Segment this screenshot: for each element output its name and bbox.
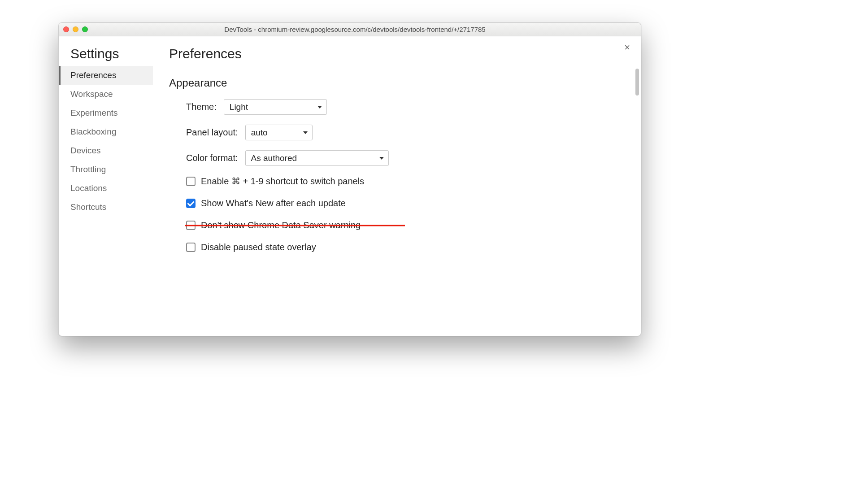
content: × Settings Preferences Workspace Experim…: [59, 36, 641, 336]
scrollbar[interactable]: [635, 69, 639, 96]
checkbox-whats-new[interactable]: Show What's New after each update: [186, 198, 623, 209]
settings-sidebar: Settings Preferences Workspace Experimen…: [59, 36, 153, 336]
checkbox-icon[interactable]: [186, 199, 196, 208]
checkbox-label: Enable ⌘ + 1-9 shortcut to switch panels: [201, 176, 364, 187]
theme-row: Theme: Light: [186, 99, 623, 115]
titlebar: DevTools - chromium-review.googlesource.…: [59, 23, 641, 36]
checkbox-icon[interactable]: [186, 177, 196, 186]
section-appearance-title: Appearance: [169, 77, 623, 89]
color-format-select[interactable]: As authored: [245, 150, 389, 166]
page-title: Preferences: [169, 46, 623, 61]
sidebar-item-workspace[interactable]: Workspace: [59, 85, 153, 104]
sidebar-item-preferences[interactable]: Preferences: [59, 66, 153, 85]
sidebar-item-devices[interactable]: Devices: [59, 141, 153, 160]
sidebar-item-experiments[interactable]: Experiments: [59, 104, 153, 122]
app-window: DevTools - chromium-review.googlesource.…: [58, 22, 641, 336]
theme-label: Theme:: [186, 102, 217, 112]
checkbox-label: Disable paused state overlay: [201, 242, 316, 252]
checkbox-icon[interactable]: [186, 243, 196, 252]
sidebar-item-throttling[interactable]: Throttling: [59, 160, 153, 179]
strikethrough-annotation: [185, 225, 405, 226]
sidebar-item-blackboxing[interactable]: Blackboxing: [59, 122, 153, 141]
checkbox-label: Show What's New after each update: [201, 198, 346, 209]
sidebar-item-shortcuts[interactable]: Shortcuts: [59, 198, 153, 217]
sidebar-item-locations[interactable]: Locations: [59, 179, 153, 198]
panel-layout-select[interactable]: auto: [245, 125, 313, 140]
color-format-label: Color format:: [186, 153, 238, 163]
panel-layout-label: Panel layout:: [186, 127, 238, 138]
minimize-window-icon[interactable]: [73, 26, 78, 32]
theme-select[interactable]: Light: [224, 99, 327, 115]
window-title: DevTools - chromium-review.googlesource.…: [91, 26, 636, 33]
preferences-panel: Preferences Appearance Theme: Light Pane…: [153, 36, 641, 336]
checkbox-disable-paused-overlay[interactable]: Disable paused state overlay: [186, 242, 623, 252]
checkbox-data-saver[interactable]: Don't show Chrome Data Saver warning: [186, 220, 623, 230]
window-controls: [63, 26, 88, 32]
panel-layout-row: Panel layout: auto: [186, 125, 623, 140]
sidebar-heading: Settings: [61, 46, 153, 66]
color-format-row: Color format: As authored: [186, 150, 623, 166]
zoom-window-icon[interactable]: [82, 26, 88, 32]
checkbox-enable-shortcut[interactable]: Enable ⌘ + 1-9 shortcut to switch panels: [186, 176, 623, 187]
close-window-icon[interactable]: [63, 26, 69, 32]
